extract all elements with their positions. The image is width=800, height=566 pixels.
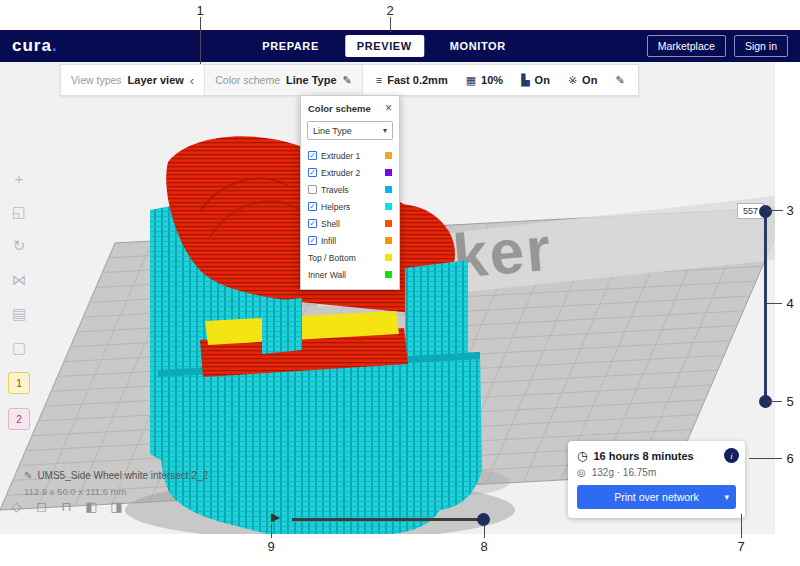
rename-pencil-icon[interactable]: ✎	[24, 470, 32, 481]
material-usage: 132g · 16.75m	[592, 467, 657, 478]
layer-slider-top-handle[interactable]	[759, 205, 772, 218]
row-label: Helpers	[321, 202, 381, 212]
model-name: UMS5_Side Wheel white intersect 2_2	[37, 470, 208, 481]
view-front-button[interactable]: ◻	[33, 498, 50, 515]
support-value: On	[535, 74, 550, 86]
tab-prepare[interactable]: PREPARE	[262, 40, 319, 52]
model-dimensions: 112.9 x 50.0 x 111.6 mm	[24, 486, 126, 497]
support-setting: ▙ On	[512, 74, 559, 87]
color-scheme-row: ✓Helpers	[301, 198, 399, 215]
color-swatch	[385, 169, 392, 176]
view-3d-button[interactable]: ◇	[8, 498, 25, 515]
model-front-base	[158, 352, 482, 534]
print-over-network-button[interactable]: Print over network ▾	[577, 485, 736, 509]
chevron-down-icon: ▾	[383, 126, 387, 135]
view-top-button[interactable]: ⊓	[58, 498, 75, 515]
sign-in-button[interactable]: Sign in	[734, 35, 788, 57]
simulation-slider-track[interactable]	[292, 518, 484, 521]
callout-number-3: 3	[786, 203, 793, 218]
popup-header: Color scheme ×	[301, 96, 399, 118]
info-icon[interactable]: i	[724, 448, 739, 463]
print-options-chevron-icon[interactable]: ▾	[724, 492, 729, 502]
extruder-2-button[interactable]: 2	[8, 408, 30, 430]
callout-line-6	[749, 458, 782, 459]
profile-value: Fast 0.2mm	[387, 74, 448, 86]
marketplace-button[interactable]: Marketplace	[647, 35, 726, 57]
color-swatch	[385, 254, 392, 261]
adhesion-value: On	[582, 74, 597, 86]
color-scheme-row: ✓Extruder 1	[301, 147, 399, 164]
stage-tabs: PREPARE PREVIEW MONITOR	[262, 30, 505, 62]
spool-icon: ◎	[577, 467, 586, 478]
callout-line-9	[271, 524, 272, 538]
scale-tool-button[interactable]: ◱	[9, 202, 29, 222]
view-types-label: View types	[71, 74, 122, 86]
model-info: ✎ UMS5_Side Wheel white intersect 2_2	[24, 470, 208, 481]
view-types-section[interactable]: View types Layer view ‹	[61, 65, 204, 95]
play-button[interactable]: ▶	[271, 510, 280, 524]
settings-edit-pencil-icon[interactable]: ✎	[606, 74, 633, 87]
profile-icon: ≡	[376, 74, 382, 86]
checkbox[interactable]: ✓	[308, 168, 317, 177]
color-swatch	[385, 237, 392, 244]
adhesion-setting: ※ On	[559, 74, 607, 87]
checkbox[interactable]: ✓	[308, 151, 317, 160]
mirror-tool-button[interactable]: ⋈	[9, 270, 29, 290]
color-scheme-popup: Color scheme × Line Type ▾ ✓Extruder 1 ✓…	[300, 95, 400, 290]
infill-value: 10%	[481, 74, 503, 86]
material-row: ◎ 132g · 16.75m	[577, 467, 736, 478]
checkbox[interactable]: ✓	[308, 236, 317, 245]
print-button-label: Print over network	[614, 491, 699, 503]
extruder-1-button[interactable]: 1	[8, 372, 30, 394]
callout-number-8: 8	[480, 539, 487, 554]
tab-preview[interactable]: PREVIEW	[345, 35, 424, 57]
rotate-tool-button[interactable]: ↻	[9, 236, 29, 256]
per-model-settings-button[interactable]: ▤	[9, 304, 29, 324]
support-blocker-button[interactable]: ▢	[9, 338, 29, 358]
adhesion-icon: ※	[568, 74, 577, 87]
infill-setting: ▦ 10%	[457, 74, 512, 87]
view-left-button[interactable]: ◧	[83, 498, 100, 515]
callout-line-5	[768, 401, 782, 402]
tab-monitor[interactable]: MONITOR	[450, 40, 506, 52]
layer-slider-track[interactable]	[764, 212, 767, 402]
clock-icon: ◷	[577, 449, 587, 463]
popup-title: Color scheme	[308, 103, 371, 114]
line-type-select[interactable]: Line Type ▾	[307, 121, 393, 140]
callout-number-4: 4	[786, 296, 793, 311]
color-scheme-section[interactable]: Color scheme Line Type ✎	[204, 65, 362, 95]
collapse-chevron-icon[interactable]: ‹	[190, 74, 194, 87]
color-scheme-row: Travels	[301, 181, 399, 198]
color-scheme-row: ✓Infill	[301, 232, 399, 249]
color-scheme-value: Line Type	[286, 74, 337, 86]
color-scheme-row: Inner Wall	[301, 266, 399, 283]
checkbox[interactable]: ✓	[308, 219, 317, 228]
view-right-button[interactable]: ◨	[108, 498, 125, 515]
checkbox[interactable]	[308, 185, 317, 194]
print-summary-card: ◷ 16 hours 8 minutes ◎ 132g · 16.75m Pri…	[568, 441, 745, 518]
print-time-row: ◷ 16 hours 8 minutes	[577, 449, 736, 463]
row-label: Inner Wall	[308, 270, 381, 280]
color-scheme-row: ✓Extruder 2	[301, 164, 399, 181]
edit-pencil-icon[interactable]: ✎	[343, 74, 352, 87]
print-settings-section[interactable]: ≡ Fast 0.2mm ▦ 10% ▙ On ※ On ✎	[362, 65, 638, 95]
color-swatch	[385, 220, 392, 227]
row-label: Extruder 1	[321, 151, 381, 161]
header-buttons: Marketplace Sign in	[647, 35, 788, 57]
cura-window: ker cura.	[0, 0, 800, 566]
view-toolbar: View types Layer view ‹ Color scheme Lin…	[60, 64, 639, 96]
infill-icon: ▦	[466, 74, 476, 87]
row-label: Extruder 2	[321, 168, 381, 178]
color-swatch	[385, 186, 392, 193]
row-label: Top / Bottom	[308, 253, 381, 263]
checkbox[interactable]: ✓	[308, 202, 317, 211]
close-icon[interactable]: ×	[385, 102, 392, 114]
callout-line-8	[484, 524, 485, 538]
logo-dot: .	[52, 36, 58, 55]
callout-line-2	[390, 17, 391, 32]
profile-setting: ≡ Fast 0.2mm	[367, 74, 457, 86]
callout-number-9: 9	[267, 539, 274, 554]
logo-text: cura	[12, 36, 52, 55]
move-tool-button[interactable]: +	[9, 168, 29, 188]
row-label: Infill	[321, 236, 381, 246]
